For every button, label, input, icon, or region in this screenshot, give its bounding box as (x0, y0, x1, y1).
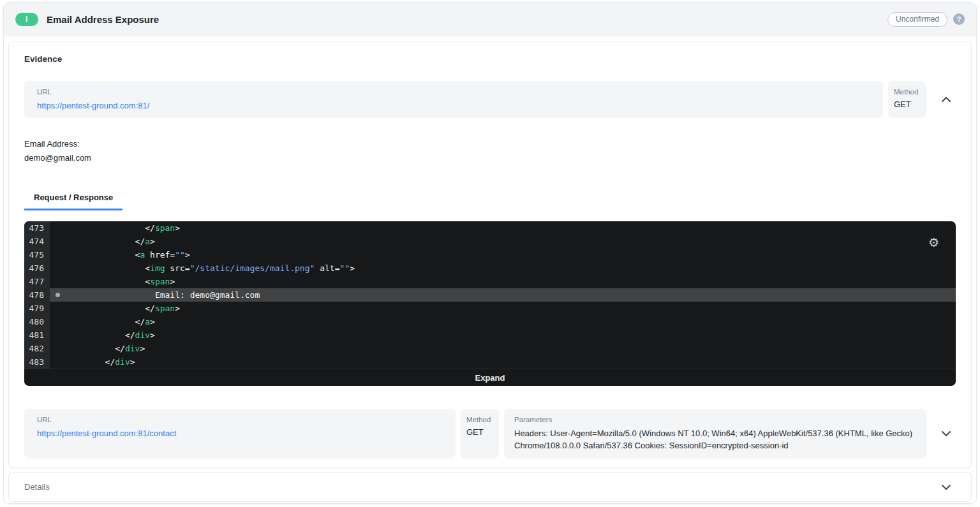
code-line: 483 </div> (24, 355, 956, 369)
line-number: 473 (24, 221, 50, 235)
tab-request-response[interactable]: Request / Response (24, 193, 122, 210)
line-number: 479 (24, 302, 50, 315)
code-text: </div> (65, 328, 155, 342)
method-box: Method GET (888, 81, 926, 118)
collapse-request-button[interactable] (937, 81, 956, 118)
code-line: 476 <img src="/static/images/mail.png" a… (24, 261, 956, 275)
code-line: 482 </div> (24, 342, 956, 355)
response-code-viewer: 473 </span>474 </a>475 <a href="">476 <i… (24, 221, 956, 386)
url-box: URL https://pentest-ground.com:81/ (24, 81, 883, 118)
status-badge: Unconfirmed (887, 12, 947, 27)
evidence-section: Evidence URL https://pentest-ground.com:… (8, 41, 972, 468)
bullet-slot (50, 275, 65, 288)
line-number: 477 (24, 275, 50, 288)
code-text: </span> (65, 221, 180, 235)
url-box: URL https://pentest-ground.com:81/contac… (24, 409, 456, 459)
code-line: 473 </span> (24, 221, 956, 235)
url-link[interactable]: https://pentest-ground.com:81/ (37, 101, 149, 110)
bullet-slot (50, 221, 65, 235)
help-icon[interactable]: ? (953, 13, 965, 25)
line-number: 483 (24, 355, 50, 369)
method-box: Method GET (461, 409, 499, 459)
code-text: </span> (65, 302, 180, 315)
code-line: 479 </span> (24, 302, 956, 315)
code-text: </a> (65, 315, 155, 328)
line-number: 475 (24, 248, 50, 261)
line-number: 474 (24, 235, 50, 248)
url-link[interactable]: https://pentest-ground.com:81/contact (37, 429, 176, 438)
chevron-down-icon (941, 430, 951, 437)
details-label: Details (24, 482, 50, 492)
email-label: Email Address: (24, 137, 956, 151)
parameters-box: Parameters Headers: User-Agent=Mozilla/5… (504, 409, 926, 459)
finding-title: Email Address Exposure (47, 14, 159, 25)
code-text: <img src="/static/images/mail.png" alt="… (65, 261, 355, 275)
line-number: 478 (24, 288, 50, 302)
evidence-heading: Evidence (24, 54, 956, 64)
code-text: </div> (65, 355, 135, 369)
method-label: Method (466, 416, 493, 423)
method-value: GET (894, 99, 921, 109)
line-number: 476 (24, 261, 50, 275)
parameters-label: Parameters (514, 416, 916, 423)
details-section[interactable]: Details (8, 472, 972, 502)
code-line: 481 </div> (24, 328, 956, 342)
bullet-slot (50, 342, 65, 355)
request-summary-row-2: URL https://pentest-ground.com:81/contac… (24, 409, 956, 459)
finding-header: I Email Address Exposure Unconfirmed ? (4, 3, 976, 36)
bullet-slot (50, 261, 65, 275)
method-label: Method (894, 88, 921, 96)
expand-request-button[interactable] (937, 409, 956, 459)
url-label: URL (37, 416, 443, 423)
email-value: demo@gmail.com (24, 151, 956, 165)
request-summary-row-1: URL https://pentest-ground.com:81/ Metho… (24, 81, 956, 118)
code-line: 480 </a> (24, 315, 956, 328)
line-number: 481 (24, 328, 50, 342)
method-value: GET (466, 427, 493, 437)
bullet-slot (50, 315, 65, 328)
bullet-slot (50, 328, 65, 342)
code-line: 475 <a href=""> (24, 248, 956, 261)
line-number: 482 (24, 342, 50, 355)
parameters-value: Headers: User-Agent=Mozilla/5.0 (Windows… (514, 427, 916, 452)
gear-icon[interactable]: ⚙ (928, 237, 939, 249)
code-line: 478 Email: demo@gmail.com (24, 288, 956, 302)
bullet-slot (50, 235, 65, 248)
code-text: Email: demo@gmail.com (65, 288, 260, 302)
code-text: </a> (65, 235, 155, 248)
code-text: <a href=""> (65, 248, 190, 261)
code-text: <span> (65, 275, 175, 288)
bullet-slot (50, 248, 65, 261)
code-line: 474 </a> (24, 235, 956, 248)
url-label: URL (37, 88, 870, 96)
bullet-slot (50, 302, 65, 315)
finding-panel: I Email Address Exposure Unconfirmed ? E… (3, 2, 977, 504)
code-line: 477 <span> (24, 275, 956, 288)
chevron-down-icon[interactable] (937, 484, 956, 490)
email-evidence: Email Address: demo@gmail.com (24, 137, 956, 165)
finding-body: Evidence URL https://pentest-ground.com:… (4, 36, 976, 504)
bullet-slot (50, 355, 65, 369)
code-lines: 473 </span>474 </a>475 <a href="">476 <i… (24, 221, 956, 369)
line-number: 480 (24, 315, 50, 328)
severity-badge: I (15, 13, 38, 26)
chevron-up-icon (941, 96, 951, 103)
code-text: </div> (65, 342, 145, 355)
highlight-bullet-icon (50, 288, 65, 302)
tab-bar: Request / Response (24, 191, 956, 210)
expand-button[interactable]: Expand (24, 369, 956, 386)
